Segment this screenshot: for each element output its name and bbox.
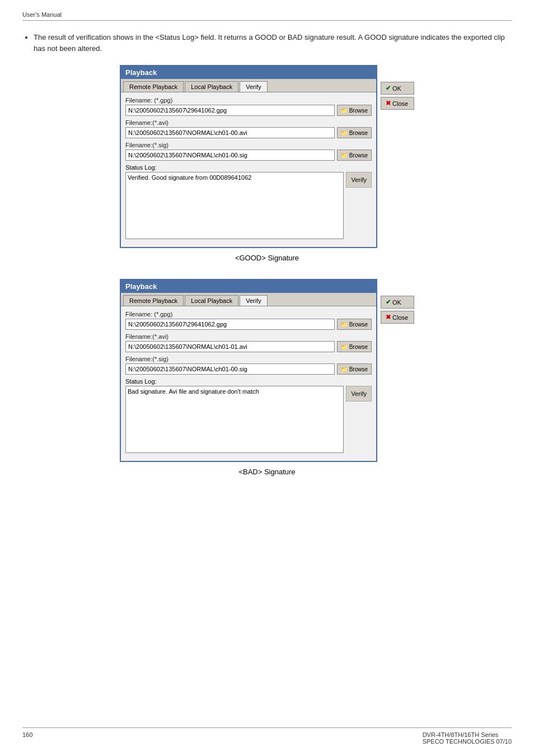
- good-close-label: Close: [392, 100, 408, 107]
- bad-dialog-content: Filename: (*.gpg) 📁 Browse Filename:(*.a…: [121, 306, 376, 461]
- bad-status-textarea: Bad signature. Avi file and signature do…: [125, 386, 344, 453]
- good-ok-label: OK: [392, 85, 401, 92]
- folder-icon-3: 📁: [341, 152, 348, 158]
- good-gpg-label: Filename: (*.gpg): [125, 97, 372, 104]
- bad-gpg-input[interactable]: [125, 319, 335, 330]
- good-close-btn[interactable]: ✖ Close: [381, 97, 414, 110]
- good-status-textarea: Verified. Good signature from 00D0896410…: [125, 172, 344, 239]
- bad-dialog-wrapper: Playback Remote Playback Local Playback …: [22, 279, 512, 462]
- footer-bar: 160 DVR-4TH/8TH/16TH Series SPECO TECHNO…: [22, 727, 512, 745]
- good-side-buttons: ✔ OK ✖ Close: [381, 82, 414, 110]
- cross-icon-1: ✖: [386, 100, 391, 107]
- bad-gpg-row: 📁 Browse: [125, 319, 372, 330]
- good-sig-browse-btn[interactable]: 📁 Browse: [337, 150, 372, 161]
- bad-avi-row: 📁 Browse: [125, 341, 372, 352]
- bullet-list: The result of verification shows in the …: [22, 32, 512, 54]
- checkmark-icon-1: ✔: [386, 85, 391, 92]
- good-dialog-title: Playback: [121, 66, 376, 79]
- good-gpg-row: 📁 Browse: [125, 105, 372, 116]
- bad-status-log-area: Bad signature. Avi file and signature do…: [125, 386, 372, 453]
- bad-sig-field-group: Filename:(*.sig) 📁 Browse: [125, 356, 372, 375]
- good-dialog-box: Playback Remote Playback Local Playback …: [120, 65, 377, 248]
- bad-gpg-browse-btn[interactable]: 📁 Browse: [337, 319, 372, 330]
- good-avi-input[interactable]: [125, 127, 335, 138]
- footer-company: SPECO TECHNOLOGIES 07/10: [423, 738, 512, 745]
- good-avi-browse-btn[interactable]: 📁 Browse: [337, 127, 372, 138]
- good-sig-row: 📁 Browse: [125, 150, 372, 161]
- good-verify-btn[interactable]: Verify: [346, 172, 372, 188]
- bad-gpg-field-group: Filename: (*.gpg) 📁 Browse: [125, 311, 372, 330]
- bad-close-label: Close: [392, 314, 408, 321]
- bad-dialog-title: Playback: [121, 280, 376, 293]
- page-container: User's Manual The result of verification…: [0, 0, 534, 756]
- footer-product: DVR-4TH/8TH/16TH Series: [423, 731, 512, 738]
- good-tab-verify[interactable]: Verify: [240, 81, 268, 92]
- bad-dialog-tabs: Remote Playback Local Playback Verify: [121, 293, 376, 306]
- good-gpg-browse-btn[interactable]: 📁 Browse: [337, 105, 372, 116]
- bad-avi-browse-btn[interactable]: 📁 Browse: [337, 341, 372, 352]
- good-status-log-area: Verified. Good signature from 00D0896410…: [125, 172, 372, 239]
- folder-icon-2: 📁: [341, 130, 348, 136]
- bad-sig-input[interactable]: [125, 363, 335, 375]
- good-dialog-content: Filename: (*.gpg) 📁 Browse Filename:(*.a…: [121, 92, 376, 247]
- folder-icon-4: 📁: [341, 321, 348, 328]
- bad-caption: <BAD> Signature: [22, 468, 512, 476]
- good-dialog-outer: Playback Remote Playback Local Playback …: [120, 65, 414, 248]
- bad-status-field-group: Status Log: Bad signature. Avi file and …: [125, 378, 372, 453]
- bad-sig-browse-btn[interactable]: 📁 Browse: [337, 363, 372, 375]
- header-title: User's Manual: [22, 11, 62, 18]
- cross-icon-2: ✖: [386, 314, 391, 321]
- good-avi-browse-label: Browse: [349, 130, 368, 136]
- good-status-field-group: Status Log: Verified. Good signature fro…: [125, 164, 372, 239]
- bad-tab-remote-playback[interactable]: Remote Playback: [123, 295, 184, 306]
- bad-tab-local-playback[interactable]: Local Playback: [185, 295, 238, 306]
- footer-right: DVR-4TH/8TH/16TH Series SPECO TECHNOLOGI…: [423, 731, 512, 745]
- bad-sig-row: 📁 Browse: [125, 363, 372, 375]
- bullet-item: The result of verification shows in the …: [34, 32, 512, 54]
- bad-verify-btn[interactable]: Verify: [346, 386, 372, 402]
- bad-ok-label: OK: [392, 299, 401, 306]
- good-caption: <GOOD> Signature: [22, 254, 512, 262]
- checkmark-icon-2: ✔: [386, 298, 391, 306]
- bad-sig-label: Filename:(*.sig): [125, 356, 372, 362]
- good-dialog-tabs: Remote Playback Local Playback Verify: [121, 79, 376, 92]
- folder-icon-6: 📁: [341, 366, 348, 372]
- good-sig-field-group: Filename:(*.sig) 📁 Browse: [125, 142, 372, 161]
- bad-gpg-label: Filename: (*.gpg): [125, 311, 372, 318]
- bad-avi-label: Filename:(*.avi): [125, 333, 372, 340]
- bad-avi-input[interactable]: [125, 341, 335, 352]
- bad-dialog-outer: Playback Remote Playback Local Playback …: [120, 279, 414, 462]
- bad-avi-field-group: Filename:(*.avi) 📁 Browse: [125, 333, 372, 352]
- footer-page-number: 160: [22, 731, 32, 745]
- bad-status-log-label: Status Log:: [125, 378, 372, 385]
- folder-icon-1: 📁: [341, 108, 348, 114]
- bad-dialog-box: Playback Remote Playback Local Playback …: [120, 279, 377, 462]
- good-tab-local-playback[interactable]: Local Playback: [185, 81, 238, 92]
- good-status-log-label: Status Log:: [125, 164, 372, 171]
- good-sig-label: Filename:(*.sig): [125, 142, 372, 148]
- good-tab-remote-playback[interactable]: Remote Playback: [123, 81, 184, 92]
- good-avi-row: 📁 Browse: [125, 127, 372, 138]
- bad-side-buttons: ✔ OK ✖ Close: [381, 296, 414, 324]
- folder-icon-5: 📁: [341, 344, 348, 350]
- good-sig-browse-label: Browse: [349, 152, 368, 158]
- good-gpg-field-group: Filename: (*.gpg) 📁 Browse: [125, 97, 372, 116]
- good-avi-label: Filename:(*.avi): [125, 119, 372, 126]
- good-gpg-input[interactable]: [125, 105, 335, 116]
- bad-close-btn[interactable]: ✖ Close: [381, 311, 414, 324]
- good-avi-field-group: Filename:(*.avi) 📁 Browse: [125, 119, 372, 138]
- bad-sig-browse-label: Browse: [349, 366, 368, 372]
- header-bar: User's Manual: [22, 11, 512, 21]
- good-dialog-wrapper: Playback Remote Playback Local Playback …: [22, 65, 512, 248]
- bad-tab-verify[interactable]: Verify: [240, 295, 268, 306]
- good-gpg-browse-label: Browse: [349, 108, 368, 114]
- good-ok-btn[interactable]: ✔ OK: [381, 82, 414, 95]
- bad-ok-btn[interactable]: ✔ OK: [381, 296, 414, 309]
- bad-gpg-browse-label: Browse: [349, 321, 368, 328]
- good-sig-input[interactable]: [125, 150, 335, 161]
- bad-avi-browse-label: Browse: [349, 344, 368, 350]
